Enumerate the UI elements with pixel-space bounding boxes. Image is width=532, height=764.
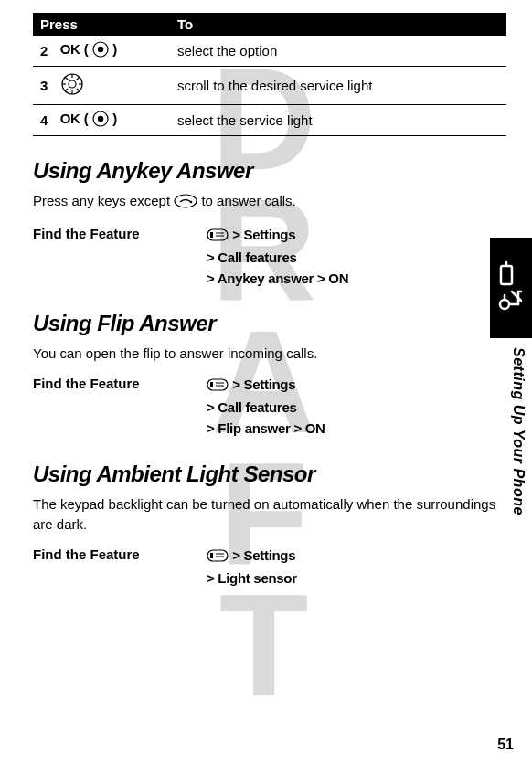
body-text: Press any keys except: [33, 193, 174, 208]
body-text: to answer calls.: [201, 193, 295, 208]
svg-rect-29: [210, 553, 213, 558]
ok-label: OK: [60, 111, 80, 126]
page-number: 51: [497, 737, 514, 753]
table-row: 3: [33, 67, 506, 105]
to-cell: select the option: [170, 36, 506, 67]
svg-line-15: [65, 89, 68, 91]
menu-key-icon: [207, 546, 229, 568]
find-feature-row: Find the Feature > Settings > Light sens…: [33, 545, 506, 589]
paren-close: ): [112, 41, 117, 57]
svg-line-13: [77, 89, 80, 91]
svg-point-19: [190, 201, 193, 204]
menu-path: > Settings > Call features > Flip answer…: [207, 374, 325, 440]
col-to: To: [170, 13, 506, 36]
press-cell: OK ( ): [53, 36, 170, 67]
side-running-head: Setting Up Your Phone: [510, 347, 527, 585]
press-cell: OK ( ): [53, 105, 170, 136]
path-line: > Call features: [207, 399, 296, 415]
body-text: You can open the flip to answer incoming…: [33, 345, 317, 361]
menu-key-icon: [207, 376, 229, 397]
svg-line-14: [77, 77, 80, 80]
find-feature-label: Find the Feature: [33, 545, 207, 562]
path-line: > Settings: [232, 227, 295, 242]
center-key-icon: [92, 41, 109, 60]
to-cell: select the service light: [170, 105, 506, 136]
path-line: > Light sensor: [207, 570, 297, 586]
path-line: > Settings: [232, 547, 295, 563]
table-row: 2 OK ( ) select the option: [33, 36, 506, 67]
find-feature-row: Find the Feature > Settings > Call featu…: [33, 224, 506, 290]
menu-key-icon: [207, 226, 229, 247]
paren-open: (: [84, 111, 89, 126]
step-number: 2: [33, 36, 53, 67]
path-line: > Call features: [207, 249, 296, 265]
svg-rect-25: [210, 382, 213, 387]
body-anykey: Press any keys except to answer calls.: [33, 191, 506, 215]
end-key-icon: [174, 194, 197, 215]
svg-rect-21: [210, 232, 213, 238]
heading-flip: Using Flip Answer: [33, 311, 506, 336]
path-line: > Flip answer > ON: [207, 420, 325, 436]
svg-line-12: [65, 77, 68, 80]
menu-path: > Settings > Call features > Anykey answ…: [207, 224, 348, 290]
body-ambient: The keypad backlight can be turned on au…: [33, 494, 506, 536]
find-feature-label: Find the Feature: [33, 374, 207, 391]
find-feature-row: Find the Feature > Settings > Call featu…: [33, 374, 506, 440]
table-row: 4 OK ( ) select the service light: [33, 105, 506, 136]
body-text: The keypad backlight can be turned on au…: [33, 496, 495, 533]
svg-point-5: [98, 47, 103, 52]
svg-rect-0: [501, 266, 512, 284]
path-line: > Anykey answer > ON: [207, 271, 348, 286]
ok-label: OK: [60, 41, 80, 57]
svg-point-2: [500, 300, 509, 309]
paren-close: ): [112, 111, 117, 126]
step-number: 4: [33, 105, 53, 136]
svg-point-18: [175, 195, 197, 207]
scroll-wheel-icon: [60, 72, 84, 99]
heading-ambient: Using Ambient Light Sensor: [33, 462, 506, 487]
col-press: Press: [33, 13, 170, 36]
step-number: 3: [33, 67, 53, 105]
side-tab-icon: [490, 238, 532, 338]
path-line: > Settings: [232, 377, 295, 392]
svg-point-17: [98, 116, 103, 122]
heading-anykey: Using Anykey Answer: [33, 158, 506, 184]
svg-point-7: [69, 80, 76, 88]
steps-table: Press To 2 OK ( ) select the option 3: [33, 13, 506, 136]
center-key-icon: [92, 111, 109, 130]
menu-path: > Settings > Light sensor: [207, 545, 297, 589]
body-flip: You can open the flip to answer incoming…: [33, 344, 506, 365]
find-feature-label: Find the Feature: [33, 224, 207, 241]
to-cell: scroll to the desired service light: [170, 67, 506, 105]
press-cell: [53, 67, 170, 105]
paren-open: (: [84, 41, 89, 57]
